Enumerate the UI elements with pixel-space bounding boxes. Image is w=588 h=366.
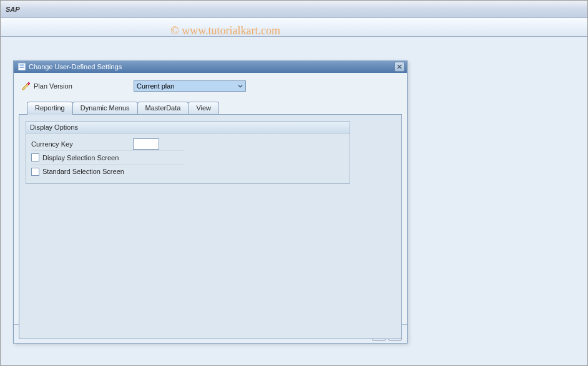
dialog-close-button[interactable]: [394, 62, 404, 72]
plan-version-row: Plan Version Current plan: [19, 79, 402, 97]
currency-key-label: Currency Key: [31, 140, 73, 148]
svg-rect-2: [20, 67, 24, 68]
tab-reporting[interactable]: Reporting: [27, 102, 73, 115]
tab-masterdata[interactable]: MasterData: [137, 102, 189, 114]
chevron-down-icon: [238, 84, 243, 89]
group-body: Currency Key Display Selection Screen St…: [26, 133, 350, 183]
tabstrip: Reporting Dynamic Menus MasterData View: [19, 102, 402, 114]
plan-version-label: Plan Version: [34, 82, 134, 90]
display-selection-checkbox[interactable]: [31, 153, 39, 161]
plan-version-select[interactable]: Current plan: [134, 80, 246, 92]
svg-rect-1: [20, 65, 24, 66]
edit-icon: [21, 81, 31, 91]
standard-selection-row: Standard Selection Screen: [31, 165, 184, 178]
currency-key-input[interactable]: [133, 138, 159, 150]
dialog-titlebar: Change User-Defined Settings: [14, 60, 407, 73]
plan-version-value: Current plan: [137, 82, 175, 90]
tab-content: Display Options Currency Key Display Sel…: [19, 114, 402, 339]
tab-view[interactable]: View: [188, 102, 219, 114]
dialog-body: Plan Version Current plan Reporting Dyna…: [14, 73, 407, 343]
group-title: Display Options: [26, 122, 350, 133]
currency-key-row: Currency Key: [31, 137, 184, 151]
close-icon: [397, 64, 402, 69]
tab-label: Reporting: [35, 104, 65, 112]
standard-selection-checkbox[interactable]: [31, 168, 39, 176]
display-selection-label: Display Selection Screen: [42, 154, 119, 161]
standard-selection-label: Standard Selection Screen: [42, 168, 124, 175]
display-selection-row: Display Selection Screen: [31, 151, 184, 165]
tab-label: Dynamic Menus: [81, 104, 130, 112]
app-title: SAP: [6, 6, 20, 13]
dialog-icon: [17, 62, 26, 71]
tab-label: MasterData: [145, 104, 181, 112]
app-titlebar: SAP: [1, 1, 587, 18]
tab-dynamic-menus[interactable]: Dynamic Menus: [72, 102, 138, 114]
settings-dialog: Change User-Defined Settings Plan Versio…: [13, 60, 408, 344]
app-toolbar: [1, 18, 587, 37]
display-options-group: Display Options Currency Key Display Sel…: [26, 121, 350, 184]
dialog-title: Change User-Defined Settings: [29, 63, 394, 70]
tab-label: View: [196, 104, 211, 112]
main-area: Change User-Defined Settings Plan Versio…: [1, 37, 587, 365]
